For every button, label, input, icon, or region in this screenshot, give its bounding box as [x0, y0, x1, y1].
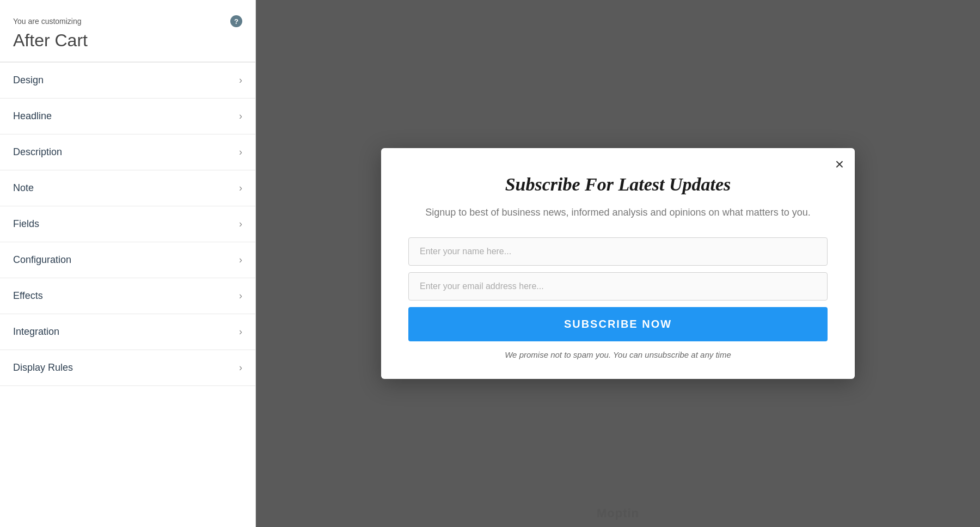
chevron-right-icon: ›	[239, 75, 242, 86]
modal-overlay: × Subscribe For Latest Updates Signup to…	[256, 0, 980, 527]
chevron-right-icon: ›	[239, 290, 242, 302]
sidebar-item-headline[interactable]: Headline ›	[0, 99, 255, 134]
modal-title: Subscribe For Latest Updates	[408, 174, 828, 195]
modal-footer-text: We promise not to spam you. You can unsu…	[408, 350, 828, 359]
sidebar-item-fields[interactable]: Fields ›	[0, 206, 255, 242]
sidebar-item-label-description: Description	[13, 146, 62, 158]
sidebar-item-label-headline: Headline	[13, 111, 52, 122]
sidebar-item-design[interactable]: Design ›	[0, 63, 255, 99]
sidebar-item-configuration[interactable]: Configuration ›	[0, 242, 255, 278]
sidebar-item-label-note: Note	[13, 182, 34, 194]
sidebar-item-label-effects: Effects	[13, 290, 43, 302]
moptin-logo: Moptin	[597, 506, 639, 520]
sidebar-item-effects[interactable]: Effects ›	[0, 278, 255, 314]
modal-description: Signup to best of business news, informe…	[408, 205, 828, 220]
chevron-right-icon: ›	[239, 182, 242, 194]
sidebar-item-display-rules[interactable]: Display Rules ›	[0, 350, 255, 386]
sidebar-item-label-fields: Fields	[13, 218, 39, 230]
sidebar-item-label-design: Design	[13, 75, 44, 86]
chevron-right-icon: ›	[239, 362, 242, 373]
chevron-right-icon: ›	[239, 254, 242, 266]
page-title: After Cart	[13, 30, 242, 51]
main-area: × Subscribe For Latest Updates Signup to…	[256, 0, 980, 527]
sidebar-item-integration[interactable]: Integration ›	[0, 314, 255, 350]
customizing-row: You are customizing ?	[13, 15, 242, 27]
chevron-right-icon: ›	[239, 218, 242, 230]
help-icon[interactable]: ?	[230, 15, 242, 27]
sidebar-item-label-display-rules: Display Rules	[13, 362, 73, 373]
sidebar-header: You are customizing ? After Cart	[0, 0, 255, 63]
email-input[interactable]	[408, 272, 828, 301]
subscribe-button[interactable]: SUBSCRIBE NOW	[408, 307, 828, 341]
chevron-right-icon: ›	[239, 111, 242, 122]
sidebar-menu: Design › Headline › Description › Note ›…	[0, 63, 255, 527]
customizing-label: You are customizing	[13, 17, 82, 26]
sidebar-item-note[interactable]: Note ›	[0, 170, 255, 206]
modal: × Subscribe For Latest Updates Signup to…	[381, 148, 855, 379]
sidebar: You are customizing ? After Cart Design …	[0, 0, 256, 527]
sidebar-item-description[interactable]: Description ›	[0, 134, 255, 170]
chevron-right-icon: ›	[239, 326, 242, 338]
modal-close-button[interactable]: ×	[835, 157, 844, 172]
sidebar-item-label-integration: Integration	[13, 326, 59, 338]
sidebar-item-label-configuration: Configuration	[13, 254, 71, 266]
name-input[interactable]	[408, 237, 828, 266]
chevron-right-icon: ›	[239, 146, 242, 158]
